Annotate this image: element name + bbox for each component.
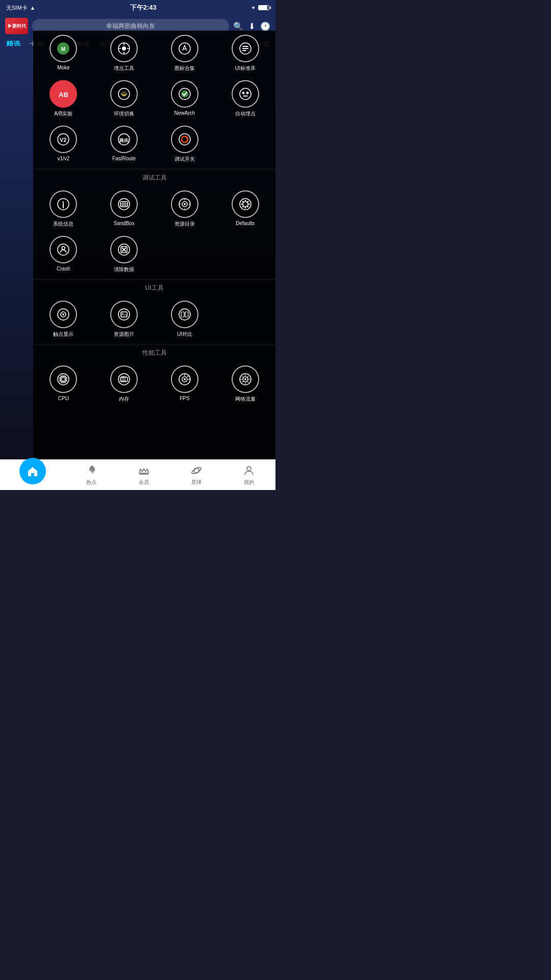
tools-grid-perf: CPU 内存 xyxy=(33,361,276,407)
logo[interactable]: ▶新时代 xyxy=(5,18,28,34)
tool-buri[interactable]: 埋点工具 xyxy=(96,35,153,72)
svg-point-111 xyxy=(247,376,248,377)
svg-point-48 xyxy=(248,204,249,205)
res-img-icon xyxy=(110,301,138,328)
fire-icon xyxy=(84,463,98,478)
tool-cpu[interactable]: CPU xyxy=(35,365,92,403)
tools-grid-debug: 系统信息 SandBox xyxy=(33,186,276,232)
status-bar: 无SIM卡 ▲ 下午2:43 ✦ xyxy=(0,0,276,15)
svg-point-38 xyxy=(184,203,186,205)
sysinfo-icon xyxy=(49,190,77,218)
svg-point-115 xyxy=(191,467,202,475)
svg-point-25 xyxy=(179,134,190,145)
ui-compare-label: UI对比 xyxy=(177,331,192,338)
svg-point-104 xyxy=(244,378,246,380)
tool-auto-track[interactable]: 自动埋点 xyxy=(217,80,273,117)
fastroute-icon: 路由 xyxy=(110,126,138,153)
svg-point-17 xyxy=(240,88,251,100)
tool-clear-data[interactable]: 清除数据 xyxy=(96,236,153,273)
bottom-member[interactable]: 会员 xyxy=(137,463,151,486)
overlay-menu: M Moke 埋点工具 xyxy=(33,31,276,459)
tool-touch[interactable]: 触点显示 xyxy=(35,301,92,338)
buri-icon xyxy=(110,35,138,62)
v2-icon: V2 xyxy=(49,126,77,153)
search-icon[interactable]: 🔍 xyxy=(233,21,243,31)
tool-empty-1 xyxy=(217,126,273,163)
section-ui-tools: UI工具 xyxy=(33,279,276,297)
tool-network[interactable]: 网络流量 xyxy=(217,365,273,403)
svg-point-44 xyxy=(243,202,248,207)
svg-rect-67 xyxy=(181,312,184,317)
tool-newarch[interactable]: NewArch xyxy=(157,80,213,117)
svg-text:路由: 路由 xyxy=(119,138,129,143)
tool-ui-compare[interactable]: UI对比 xyxy=(157,301,213,338)
svg-point-47 xyxy=(241,204,242,205)
sandbox-label: SandBox xyxy=(114,220,135,226)
svg-point-20 xyxy=(243,95,248,97)
svg-rect-10 xyxy=(242,46,248,47)
bottom-hotspot[interactable]: 热点 xyxy=(84,463,98,486)
crown-icon xyxy=(137,463,151,478)
svg-text:AB: AB xyxy=(59,91,68,99)
svg-point-52 xyxy=(242,206,243,207)
svg-point-45 xyxy=(244,200,246,202)
ui-compare-icon xyxy=(171,301,198,328)
crash-icon xyxy=(49,236,77,263)
tool-moke[interactable]: M Moke xyxy=(35,35,92,72)
tool-env[interactable]: 环境切换 xyxy=(96,80,153,117)
tools-grid-crash: Crash 清除数据 xyxy=(33,232,276,277)
cpu-label: CPU xyxy=(58,396,69,401)
svg-point-116 xyxy=(247,467,251,471)
svg-point-106 xyxy=(244,383,246,384)
tool-sysinfo[interactable]: 系统信息 xyxy=(35,190,92,228)
res-img-label: 资源图片 xyxy=(114,331,134,338)
history-icon[interactable]: 🕐 xyxy=(260,21,270,31)
tool-icons[interactable]: 图标合集 xyxy=(157,35,213,72)
tool-debug-switch[interactable]: 调试开关 xyxy=(157,126,213,163)
svg-point-51 xyxy=(247,201,248,203)
svg-rect-72 xyxy=(62,378,65,381)
tool-v2[interactable]: V2 v1/v2 xyxy=(35,126,92,163)
buri-label: 埋点工具 xyxy=(114,65,134,72)
svg-point-46 xyxy=(244,207,246,209)
tool-fastroute[interactable]: 路由 FastRoute xyxy=(96,126,153,163)
tool-ui-std[interactable]: UI标准库 xyxy=(217,35,273,72)
tool-resource[interactable]: 资源目录 xyxy=(157,190,213,228)
svg-point-50 xyxy=(247,206,248,207)
home-button[interactable] xyxy=(19,458,46,484)
tool-defaults[interactable]: Defaults xyxy=(217,190,273,228)
sysinfo-label: 系统信息 xyxy=(53,220,73,228)
mine-label: 我的 xyxy=(244,479,254,486)
svg-point-63 xyxy=(118,309,130,320)
ab-icon: AB xyxy=(49,80,77,108)
bottom-planet[interactable]: 星球 xyxy=(189,463,204,486)
tool-crash[interactable]: Crash xyxy=(35,236,92,273)
bottom-home[interactable] xyxy=(19,465,46,484)
user-icon xyxy=(242,463,256,478)
touch-label: 触点显示 xyxy=(53,331,73,338)
svg-point-41 xyxy=(179,204,181,205)
section-debug-tools: 调试工具 xyxy=(33,169,276,186)
tools-grid-top: M Moke 埋点工具 xyxy=(33,31,276,76)
clear-data-icon xyxy=(110,236,138,263)
debug-switch-label: 调试开关 xyxy=(174,156,195,163)
header-icons: 🔍 ⬇ 🕐 xyxy=(233,21,270,31)
download-icon[interactable]: ⬇ xyxy=(248,21,255,31)
home-icon xyxy=(26,464,40,478)
tool-empty-3 xyxy=(217,236,273,273)
tool-memory[interactable]: 内存 xyxy=(96,365,153,403)
resource-icon xyxy=(171,190,198,218)
svg-point-39 xyxy=(184,199,185,201)
icons-label: 图标合集 xyxy=(174,65,195,72)
status-time: 下午2:43 xyxy=(130,3,157,12)
tool-ab[interactable]: AB A/B实验 xyxy=(35,80,92,117)
bottom-mine[interactable]: 我的 xyxy=(242,463,256,486)
defaults-label: Defaults xyxy=(236,220,255,226)
resource-label: 资源目录 xyxy=(174,220,195,228)
tool-fps[interactable]: FPS xyxy=(157,365,213,403)
moke-icon: M xyxy=(49,35,77,62)
tool-sandbox[interactable]: SandBox xyxy=(96,190,153,228)
status-right: ✦ xyxy=(251,5,269,11)
auto-track-icon xyxy=(232,80,259,108)
tool-res-img[interactable]: 资源图片 xyxy=(96,301,153,338)
